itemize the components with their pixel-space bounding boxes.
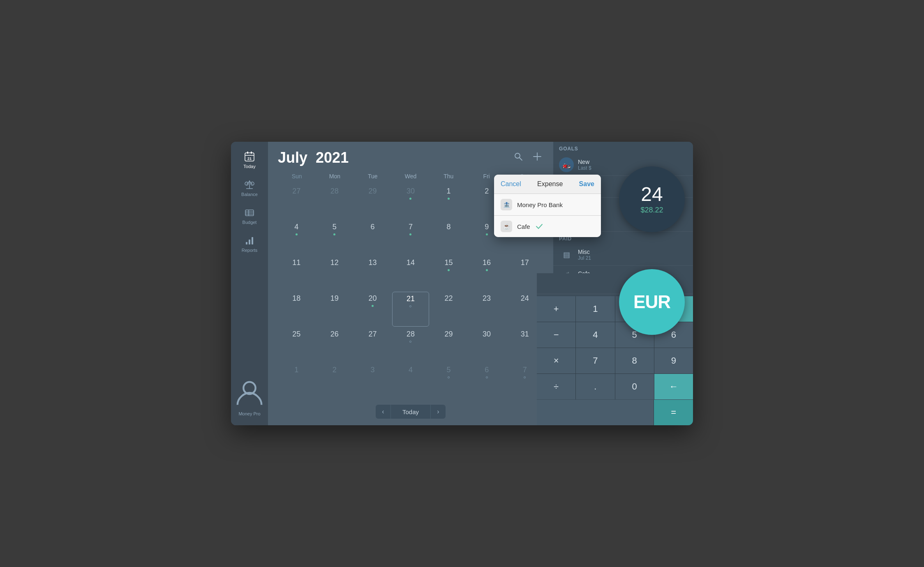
sidebar-today-label: Today: [243, 164, 255, 169]
day-cell-13[interactable]: 13: [354, 256, 391, 291]
day-cell-5[interactable]: 5: [316, 220, 353, 255]
dot-5: [333, 233, 335, 235]
day-cell-4n[interactable]: 4: [392, 363, 430, 398]
calc-7[interactable]: 7: [576, 348, 614, 373]
bank-icon: 🏦: [501, 199, 512, 210]
budget-icon: [244, 207, 255, 218]
day-cell-20[interactable]: 20: [354, 292, 391, 327]
day-cell-14[interactable]: 14: [392, 256, 430, 291]
calc-equals[interactable]: =: [654, 400, 693, 425]
day-cell-27[interactable]: 27: [354, 327, 391, 362]
sidebar-item-balance[interactable]: Balance: [231, 174, 268, 202]
today-nav: ‹ Today ›: [268, 398, 553, 425]
calc-backspace[interactable]: ←: [654, 374, 693, 399]
day-cell-7[interactable]: 7: [392, 220, 430, 255]
dropdown-cafe-item[interactable]: ☕ Cafe: [494, 216, 601, 237]
sidebar-item-budget[interactable]: Budget: [231, 202, 268, 230]
dot-28: [409, 341, 411, 343]
calc-grid: + 1 2 − 4 5 6 × 7 8 9 ÷ . 0 ←: [537, 296, 693, 399]
calc-6[interactable]: 6: [654, 322, 693, 348]
day-cell-12[interactable]: 12: [316, 256, 353, 291]
svg-point-7: [245, 182, 248, 185]
day-cell-27p[interactable]: 27: [278, 184, 315, 219]
calc-9[interactable]: 9: [654, 348, 693, 373]
day-cell-29p[interactable]: 29: [354, 184, 391, 219]
calc-divide[interactable]: ÷: [537, 374, 575, 399]
cafe-icon-dd: ☕: [501, 221, 512, 232]
sidebar-moneypro-label: Money Pro: [238, 411, 260, 416]
day-cell-21[interactable]: 21: [392, 292, 430, 327]
day-cell-19[interactable]: 19: [316, 292, 353, 327]
calc-plus[interactable]: +: [537, 296, 575, 322]
day-cell-23[interactable]: 23: [468, 292, 506, 327]
day-cell-30[interactable]: 30: [468, 327, 506, 362]
calc-empty-top: [654, 296, 693, 322]
calc-4[interactable]: 4: [576, 322, 614, 348]
paid-misc-name: Misc: [578, 249, 687, 255]
day-header-thu: Thu: [430, 171, 467, 181]
prev-btn[interactable]: ‹: [376, 405, 390, 419]
day-cell-22[interactable]: 22: [430, 292, 467, 327]
day-cell-1[interactable]: 1: [430, 184, 467, 219]
calc-1[interactable]: 1: [576, 296, 614, 322]
day-cell-6n[interactable]: 6: [468, 363, 506, 398]
day-cell-11[interactable]: 11: [278, 256, 315, 291]
dot-7: [409, 233, 411, 235]
day-header-sun: Sun: [278, 171, 316, 181]
day-cell-4[interactable]: 4: [278, 220, 315, 255]
calc-2[interactable]: 2: [615, 296, 654, 322]
app-window: 21 Today Balance Budget: [231, 142, 693, 425]
day-cell-1n[interactable]: 1: [278, 363, 315, 398]
day-cell-29[interactable]: 29: [430, 327, 467, 362]
day-cell-6[interactable]: 6: [354, 220, 391, 255]
day-cell-25[interactable]: 25: [278, 327, 315, 362]
day-cell-3n[interactable]: 3: [354, 363, 391, 398]
calc-dot[interactable]: .: [576, 374, 614, 399]
next-btn[interactable]: ›: [431, 405, 446, 419]
sidebar: 21 Today Balance Budget: [231, 142, 268, 425]
cancel-button[interactable]: Cancel: [494, 175, 528, 194]
svg-line-18: [520, 158, 522, 160]
dot-15: [448, 269, 450, 271]
day-header-mon: Mon: [316, 171, 353, 181]
calendar-icon: 21: [244, 151, 255, 162]
moto-icon: 🏍️: [559, 157, 574, 172]
paid-misc[interactable]: ▤ Misc Jul 21: [553, 244, 693, 266]
add-button[interactable]: [531, 150, 543, 165]
sidebar-item-reports[interactable]: Reports: [231, 230, 268, 258]
calc-5[interactable]: 5: [615, 322, 654, 348]
search-button[interactable]: [512, 150, 524, 165]
calc-8[interactable]: 8: [615, 348, 654, 373]
day-cell-8[interactable]: 8: [430, 220, 467, 255]
day-cell-5n[interactable]: 5: [430, 363, 467, 398]
svg-text:21: 21: [247, 157, 252, 161]
person-icon: [233, 376, 266, 410]
save-button[interactable]: Save: [573, 175, 601, 194]
calc-0[interactable]: 0: [615, 374, 654, 399]
day-cell-28[interactable]: 28: [392, 327, 430, 362]
calc-multiply[interactable]: ×: [537, 348, 575, 373]
day-cell-30p[interactable]: 30: [392, 184, 430, 219]
dot-20: [372, 305, 374, 307]
sidebar-moneypro[interactable]: Money Pro: [231, 371, 268, 421]
today-button[interactable]: Today: [390, 405, 431, 419]
day-cell-2n[interactable]: 2: [316, 363, 353, 398]
paid-misc-sub: Jul 21: [578, 255, 687, 261]
account-dropdown: Cancel Expense Save 🏦 Money Pro Bank ☕ C…: [494, 175, 601, 237]
sidebar-item-today[interactable]: 21 Today: [231, 146, 268, 174]
day-cell-18[interactable]: 18: [278, 292, 315, 327]
calendar-header: July 2021: [268, 142, 553, 171]
goal-new[interactable]: 🏍️ New Last $: [553, 154, 693, 176]
calendar-title: July 2021: [278, 149, 349, 166]
calendar-month: July: [278, 149, 307, 166]
day-cell-15[interactable]: 15: [430, 256, 467, 291]
dot-21: [409, 305, 411, 307]
day-cell-28p[interactable]: 28: [316, 184, 353, 219]
calc-minus[interactable]: −: [537, 322, 575, 348]
paid-misc-info: Misc Jul 21: [578, 249, 687, 261]
dropdown-bank-item[interactable]: 🏦 Money Pro Bank: [494, 194, 601, 215]
goals-section-label: GOALS: [553, 142, 693, 154]
day-cell-26[interactable]: 26: [316, 327, 353, 362]
day-cell-16[interactable]: 16: [468, 256, 506, 291]
plus-icon: [533, 152, 542, 161]
